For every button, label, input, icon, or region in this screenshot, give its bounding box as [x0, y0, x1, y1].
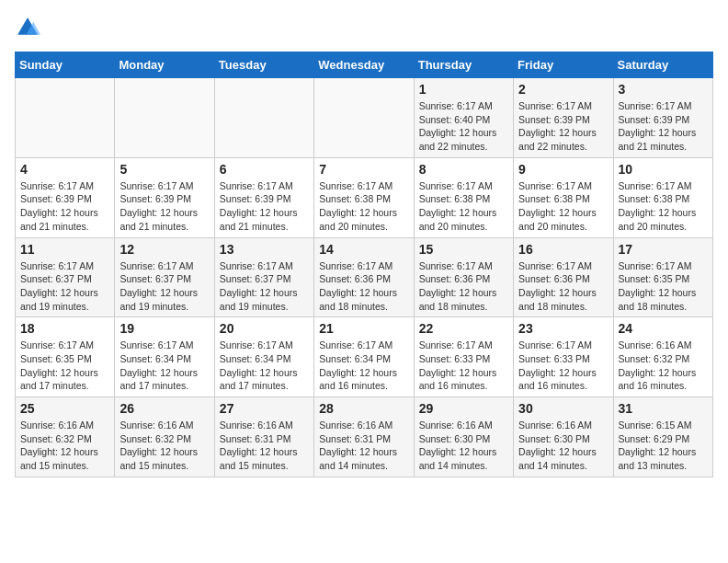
calendar-cell: 29Sunrise: 6:16 AMSunset: 6:30 PMDayligh…: [414, 397, 513, 477]
day-info: Sunrise: 6:17 AMSunset: 6:33 PMDaylight:…: [419, 339, 508, 393]
day-number: 11: [20, 242, 109, 257]
calendar-week-row: 4Sunrise: 6:17 AMSunset: 6:39 PMDaylight…: [16, 157, 713, 237]
day-number: 30: [518, 401, 608, 416]
day-number: 10: [619, 162, 708, 177]
weekday-header-thursday: Thursday: [414, 52, 513, 78]
calendar-cell: [16, 78, 115, 158]
calendar-cell: 16Sunrise: 6:17 AMSunset: 6:36 PMDayligh…: [514, 237, 613, 317]
day-info: Sunrise: 6:17 AMSunset: 6:34 PMDaylight:…: [119, 339, 209, 393]
calendar-cell: 7Sunrise: 6:17 AMSunset: 6:38 PMDaylight…: [314, 157, 414, 237]
day-number: 6: [220, 162, 309, 177]
day-number: 1: [419, 82, 508, 97]
day-number: 31: [619, 401, 708, 416]
calendar-cell: [214, 78, 313, 158]
calendar-cell: 3Sunrise: 6:17 AMSunset: 6:39 PMDaylight…: [613, 78, 712, 158]
logo: [15, 15, 44, 40]
day-info: Sunrise: 6:17 AMSunset: 6:38 PMDaylight:…: [319, 179, 408, 234]
calendar-cell: 31Sunrise: 6:15 AMSunset: 6:29 PMDayligh…: [613, 397, 712, 477]
day-number: 13: [220, 242, 309, 257]
day-info: Sunrise: 6:17 AMSunset: 6:40 PMDaylight:…: [419, 99, 508, 154]
day-number: 16: [518, 242, 608, 257]
weekday-header-wednesday: Wednesday: [314, 52, 414, 78]
weekday-header-tuesday: Tuesday: [214, 52, 313, 78]
day-info: Sunrise: 6:17 AMSunset: 6:36 PMDaylight:…: [518, 259, 608, 314]
day-info: Sunrise: 6:16 AMSunset: 6:31 PMDaylight:…: [220, 419, 309, 473]
day-info: Sunrise: 6:17 AMSunset: 6:36 PMDaylight:…: [319, 259, 408, 314]
day-number: 23: [518, 321, 608, 336]
calendar-week-row: 11Sunrise: 6:17 AMSunset: 6:37 PMDayligh…: [16, 237, 713, 317]
weekday-header-friday: Friday: [514, 52, 613, 78]
day-info: Sunrise: 6:17 AMSunset: 6:33 PMDaylight:…: [518, 339, 608, 393]
day-info: Sunrise: 6:17 AMSunset: 6:38 PMDaylight:…: [518, 179, 608, 234]
day-number: 8: [419, 162, 508, 177]
day-number: 18: [20, 321, 109, 336]
calendar-cell: 6Sunrise: 6:17 AMSunset: 6:39 PMDaylight…: [214, 157, 313, 237]
calendar-week-row: 1Sunrise: 6:17 AMSunset: 6:40 PMDaylight…: [16, 78, 713, 158]
day-info: Sunrise: 6:17 AMSunset: 6:37 PMDaylight:…: [119, 259, 209, 314]
calendar-cell: 24Sunrise: 6:16 AMSunset: 6:32 PMDayligh…: [613, 317, 712, 397]
day-info: Sunrise: 6:17 AMSunset: 6:34 PMDaylight:…: [220, 339, 309, 393]
day-info: Sunrise: 6:17 AMSunset: 6:37 PMDaylight:…: [220, 259, 309, 314]
day-number: 14: [319, 242, 408, 257]
day-number: 27: [220, 401, 309, 416]
day-info: Sunrise: 6:16 AMSunset: 6:31 PMDaylight:…: [319, 419, 408, 473]
calendar-cell: 21Sunrise: 6:17 AMSunset: 6:34 PMDayligh…: [314, 317, 414, 397]
day-number: 12: [119, 242, 209, 257]
calendar-cell: 26Sunrise: 6:16 AMSunset: 6:32 PMDayligh…: [115, 397, 214, 477]
calendar-cell: 1Sunrise: 6:17 AMSunset: 6:40 PMDaylight…: [414, 78, 513, 158]
calendar-cell: [314, 78, 414, 158]
page-header: [15, 15, 713, 40]
calendar-cell: 8Sunrise: 6:17 AMSunset: 6:38 PMDaylight…: [414, 157, 513, 237]
calendar-cell: 10Sunrise: 6:17 AMSunset: 6:38 PMDayligh…: [613, 157, 712, 237]
weekday-header-monday: Monday: [115, 52, 214, 78]
calendar-cell: 14Sunrise: 6:17 AMSunset: 6:36 PMDayligh…: [314, 237, 414, 317]
day-info: Sunrise: 6:16 AMSunset: 6:30 PMDaylight:…: [419, 419, 508, 473]
day-number: 25: [20, 401, 109, 416]
day-number: 17: [619, 242, 708, 257]
calendar-cell: 12Sunrise: 6:17 AMSunset: 6:37 PMDayligh…: [115, 237, 214, 317]
day-number: 29: [419, 401, 508, 416]
day-info: Sunrise: 6:17 AMSunset: 6:39 PMDaylight:…: [619, 99, 708, 154]
weekday-header-saturday: Saturday: [613, 52, 712, 78]
day-info: Sunrise: 6:17 AMSunset: 6:38 PMDaylight:…: [619, 179, 708, 234]
day-number: 7: [319, 162, 408, 177]
day-number: 21: [319, 321, 408, 336]
day-number: 22: [419, 321, 508, 336]
day-info: Sunrise: 6:17 AMSunset: 6:36 PMDaylight:…: [419, 259, 508, 314]
calendar-cell: 5Sunrise: 6:17 AMSunset: 6:39 PMDaylight…: [115, 157, 214, 237]
calendar-cell: 22Sunrise: 6:17 AMSunset: 6:33 PMDayligh…: [414, 317, 513, 397]
day-number: 20: [220, 321, 309, 336]
calendar-cell: 11Sunrise: 6:17 AMSunset: 6:37 PMDayligh…: [16, 237, 115, 317]
calendar-cell: 2Sunrise: 6:17 AMSunset: 6:39 PMDaylight…: [514, 78, 613, 158]
day-info: Sunrise: 6:17 AMSunset: 6:39 PMDaylight:…: [220, 179, 309, 234]
day-number: 9: [518, 162, 608, 177]
calendar-cell: 9Sunrise: 6:17 AMSunset: 6:38 PMDaylight…: [514, 157, 613, 237]
calendar-cell: 25Sunrise: 6:16 AMSunset: 6:32 PMDayligh…: [16, 397, 115, 477]
day-info: Sunrise: 6:17 AMSunset: 6:39 PMDaylight:…: [518, 99, 608, 154]
calendar-cell: 27Sunrise: 6:16 AMSunset: 6:31 PMDayligh…: [214, 397, 313, 477]
calendar-cell: 28Sunrise: 6:16 AMSunset: 6:31 PMDayligh…: [314, 397, 414, 477]
calendar-week-row: 18Sunrise: 6:17 AMSunset: 6:35 PMDayligh…: [16, 317, 713, 397]
day-number: 15: [419, 242, 508, 257]
day-info: Sunrise: 6:15 AMSunset: 6:29 PMDaylight:…: [619, 419, 708, 473]
day-info: Sunrise: 6:17 AMSunset: 6:38 PMDaylight:…: [419, 179, 508, 234]
day-info: Sunrise: 6:16 AMSunset: 6:32 PMDaylight:…: [20, 419, 109, 473]
day-number: 28: [319, 401, 408, 416]
day-number: 5: [119, 162, 209, 177]
day-info: Sunrise: 6:17 AMSunset: 6:37 PMDaylight:…: [20, 259, 109, 314]
day-number: 4: [20, 162, 109, 177]
day-info: Sunrise: 6:17 AMSunset: 6:35 PMDaylight:…: [619, 259, 708, 314]
calendar: SundayMondayTuesdayWednesdayThursdayFrid…: [15, 52, 713, 477]
calendar-cell: 18Sunrise: 6:17 AMSunset: 6:35 PMDayligh…: [16, 317, 115, 397]
calendar-cell: 20Sunrise: 6:17 AMSunset: 6:34 PMDayligh…: [214, 317, 313, 397]
calendar-cell: 13Sunrise: 6:17 AMSunset: 6:37 PMDayligh…: [214, 237, 313, 317]
day-number: 19: [119, 321, 209, 336]
day-info: Sunrise: 6:16 AMSunset: 6:32 PMDaylight:…: [119, 419, 209, 473]
calendar-cell: 30Sunrise: 6:16 AMSunset: 6:30 PMDayligh…: [514, 397, 613, 477]
day-number: 2: [518, 82, 608, 97]
day-info: Sunrise: 6:17 AMSunset: 6:35 PMDaylight:…: [20, 339, 109, 393]
calendar-cell: 4Sunrise: 6:17 AMSunset: 6:39 PMDaylight…: [16, 157, 115, 237]
day-number: 24: [619, 321, 708, 336]
calendar-cell: [115, 78, 214, 158]
day-info: Sunrise: 6:17 AMSunset: 6:34 PMDaylight:…: [319, 339, 408, 393]
